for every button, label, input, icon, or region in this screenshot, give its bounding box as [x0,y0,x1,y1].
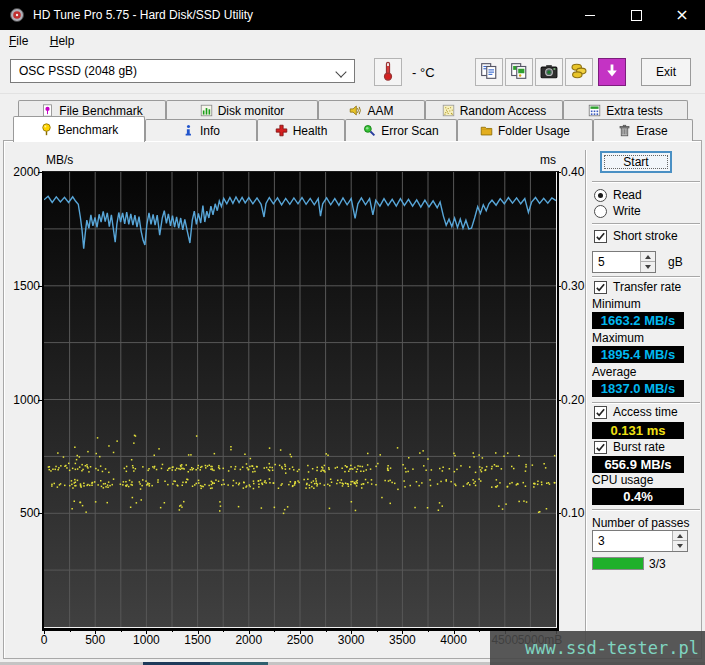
tab-label: Error Scan [381,124,438,138]
tab-info[interactable]: Info [145,119,257,141]
spin-down-button[interactable] [672,541,687,551]
minimum-value: 1663.2 MB/s [592,312,684,329]
tab-label: Disk monitor [218,104,285,118]
left-axis-tick: 500 [6,506,40,520]
close-button[interactable]: × [659,0,705,30]
start-button[interactable]: Start [600,151,672,173]
right-axis-tick: 0.20 [561,393,595,407]
app-icon [9,7,25,23]
separator [592,509,700,511]
random-access-icon [442,104,455,117]
transfer-rate-checkbox[interactable] [594,281,607,294]
tab-label: Info [200,124,220,138]
panel-divider [585,150,587,656]
spin-down-button[interactable] [640,262,655,272]
access-time-label: Access time [613,405,678,419]
screenshot-button[interactable] [535,58,563,86]
passes-label: Number of passes [592,516,689,530]
minimum-label: Minimum [592,297,641,311]
copy-text-button[interactable] [475,58,503,86]
progress-fill [593,558,643,569]
toolbar: OSC PSSD (2048 gB) - °C Exit [0,52,705,94]
copy-image-icon [510,62,528,83]
write-label: Write [613,204,641,218]
separator [592,223,700,225]
drive-select[interactable]: OSC PSSD (2048 gB) [10,59,355,83]
temperature-button[interactable] [374,58,402,86]
short-stroke-label: Short stroke [613,229,678,243]
short-stroke-checkbox[interactable] [594,230,607,243]
passes-spinner[interactable]: 3 [592,530,688,552]
tab-folder-usage[interactable]: Folder Usage [457,119,593,141]
watermark-text: www.ssd-tester.pl [525,638,699,658]
burst-rate-label: Burst rate [613,440,665,454]
exit-button[interactable]: Exit [641,58,691,86]
cpu-usage-value: 0.4% [592,488,684,505]
right-axis-tick: 0.30 [561,279,595,293]
error-scan-icon [363,124,376,137]
close-icon: × [675,8,688,22]
chevron-down-icon [335,66,346,77]
short-stroke-size-spinner[interactable]: 5 [592,251,656,273]
menu-file[interactable]: File [0,30,37,51]
donate-button[interactable] [565,58,593,86]
maximize-button[interactable] [613,0,659,30]
aam-icon [349,104,362,117]
tab-extra-tests[interactable]: Extra tests [563,100,688,120]
separator [592,181,700,183]
coins-icon [570,62,588,83]
left-axis-unit: MB/s [46,153,73,167]
download-arrow-icon [604,63,620,82]
separator [592,276,700,278]
x-axis-tick: 4000 [440,633,467,647]
start-label: Start [623,155,648,169]
tab-label: Extra tests [606,104,663,118]
transfer-rate-label: Transfer rate [613,280,681,294]
disk-monitor-icon [200,104,213,117]
read-radio[interactable] [594,189,607,202]
left-axis-tick: 1500 [6,279,40,293]
access-time-value: 0.131 ms [592,422,684,439]
separator [592,402,700,404]
x-axis-tick: 1500 [184,633,211,647]
drive-select-value: OSC PSSD (2048 gB) [19,64,137,78]
tab-disk-monitor[interactable]: Disk monitor [166,100,318,120]
erase-icon [618,124,631,137]
arrow-down-icon [677,544,683,548]
passes-progressbar [592,557,644,570]
spin-up-button[interactable] [672,531,687,541]
tab-health[interactable]: Health [257,119,345,141]
tab-benchmark[interactable]: Benchmark [13,116,145,142]
average-label: Average [592,365,636,379]
access-time-checkbox[interactable] [594,406,607,419]
minimize-icon [585,15,595,16]
tab-aam[interactable]: AAM [318,100,425,120]
short-stroke-unit: gB [668,255,683,269]
tab-error-scan[interactable]: Error Scan [345,119,457,141]
copy-image-button[interactable] [505,58,533,86]
minimize-button[interactable] [567,0,613,30]
menu-help[interactable]: Help [41,30,84,51]
temperature-value: - °C [412,65,435,80]
tab-erase[interactable]: Erase [593,119,693,141]
right-axis-tick: 0.40 [561,165,595,179]
passes-value: 3 [598,534,605,548]
right-axis-unit: ms [536,153,556,167]
benchmark-icon [40,123,53,136]
tab-label: Benchmark [58,123,119,137]
tab-random-access[interactable]: Random Access [425,100,563,120]
thermometer-icon [378,61,398,84]
exit-label: Exit [656,65,676,79]
camera-icon [540,62,558,83]
average-value: 1837.0 MB/s [592,380,684,397]
tab-label: AAM [367,104,393,118]
maximize-icon [631,10,642,21]
write-radio[interactable] [594,205,607,218]
burst-rate-checkbox[interactable] [594,441,607,454]
spin-up-button[interactable] [640,252,655,262]
copy-text-icon [480,62,498,83]
left-axis-tick: 2000 [6,165,40,179]
tab-label: Erase [636,124,667,138]
x-axis-tick: 3000 [338,633,365,647]
download-button[interactable] [598,58,626,86]
